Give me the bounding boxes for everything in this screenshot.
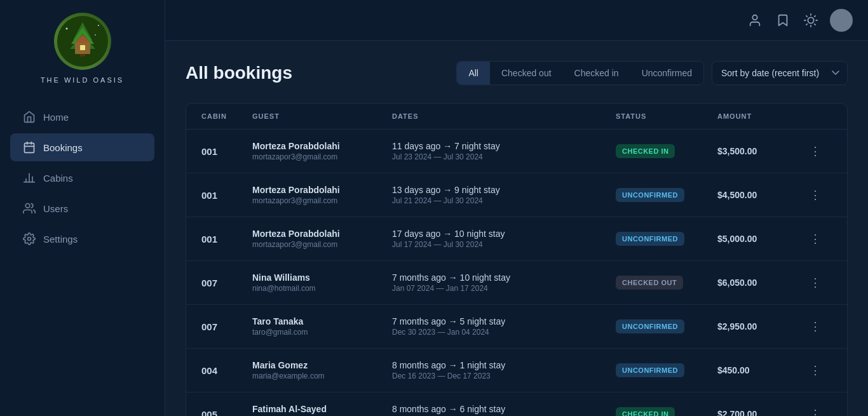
status-badge: CHECKED IN — [616, 407, 675, 416]
svg-line-29 — [806, 23, 807, 24]
dates-sub: Jul 17 2024 — Jul 30 2024 — [392, 240, 616, 249]
guest-info: Nina Williams nina@hotmail.com — [252, 272, 392, 293]
booking-amount: $3,500.00 — [717, 146, 806, 156]
status-badge: UNCONFIRMED — [616, 319, 684, 333]
row-menu-button[interactable]: ⋮ — [806, 142, 824, 160]
row-menu-button[interactable]: ⋮ — [806, 274, 824, 292]
cabin-number: 004 — [201, 365, 252, 376]
row-menu-button[interactable]: ⋮ — [806, 186, 824, 204]
row-menu-button[interactable]: ⋮ — [806, 230, 824, 248]
sidebar: THE WILD OASIS Home Bookings — [0, 0, 165, 416]
status-badge: CHECKED IN — [616, 144, 675, 158]
booking-amount: $4,500.00 — [717, 190, 806, 200]
table-header: CABIN GUEST DATES STATUS AMOUNT — [186, 104, 847, 130]
guest-email: taro@gmail.com — [252, 328, 392, 337]
status-cell: UNCONFIRMED — [616, 319, 717, 333]
sidebar-item-bookings[interactable]: Bookings — [10, 133, 154, 161]
svg-point-9 — [98, 25, 99, 26]
guest-email: mortazapor3@gmail.com — [252, 152, 392, 161]
booking-amount: $450.00 — [717, 365, 806, 375]
booking-amount: $2,950.00 — [717, 321, 806, 332]
cabin-number: 007 — [201, 278, 252, 288]
status-cell: CHECKED OUT — [616, 276, 717, 290]
dates-sub: Jul 21 2024 — Jul 30 2024 — [392, 196, 616, 205]
svg-rect-7 — [80, 45, 85, 50]
status-cell: UNCONFIRMED — [616, 363, 717, 377]
dates-main: 7 months ago → 5 night stay — [392, 316, 616, 326]
sidebar-item-settings[interactable]: Settings — [10, 225, 154, 253]
guest-name: Morteza Porabdolahi — [252, 185, 392, 195]
table-row: 001 Morteza Porabdolahi mortazapor3@gmai… — [186, 173, 847, 217]
tab-checked-in[interactable]: Checked in — [563, 62, 630, 84]
guest-info: Fatimah Al-Sayed fatimah@example.com — [252, 404, 392, 416]
booking-dates: 8 months ago → 1 night stay Dec 16 2023 … — [392, 360, 616, 380]
status-cell: UNCONFIRMED — [616, 232, 717, 246]
sidebar-item-cabins[interactable]: Cabins — [10, 164, 154, 192]
guest-name: Maria Gomez — [252, 360, 392, 370]
svg-point-22 — [808, 17, 813, 23]
guest-name: Morteza Porabdolahi — [252, 229, 392, 239]
booking-dates: 11 days ago → 7 night stay Jul 23 2024 —… — [392, 141, 616, 161]
page-header: All bookings All Checked out Checked in … — [186, 61, 848, 85]
cabin-number: 005 — [201, 409, 252, 417]
settings-icon — [23, 232, 36, 245]
guest-info: Taro Tanaka taro@gmail.com — [252, 316, 392, 337]
svg-line-30 — [815, 15, 815, 16]
bar-chart-icon — [23, 171, 36, 184]
dates-main: 8 months ago → 6 night stay — [392, 404, 616, 414]
booking-dates: 17 days ago → 10 night stay Jul 17 2024 … — [392, 229, 616, 249]
status-badge: UNCONFIRMED — [616, 188, 684, 202]
status-badge: UNCONFIRMED — [616, 363, 684, 377]
users-icon — [23, 202, 36, 215]
page-title: All bookings — [186, 63, 292, 83]
guest-info: Morteza Porabdolahi mortazapor3@gmail.co… — [252, 185, 392, 205]
guest-name: Fatimah Al-Sayed — [252, 404, 392, 414]
avatar[interactable] — [830, 9, 853, 32]
booking-dates: 7 months ago → 5 night stay Dec 30 2023 … — [392, 316, 616, 337]
status-badge: CHECKED OUT — [616, 276, 683, 290]
table-row: 007 Nina Williams nina@hotmail.com 7 mon… — [186, 261, 847, 305]
bookmark-topbar-icon[interactable] — [774, 11, 792, 29]
sort-select[interactable]: Sort by date (recent first) Sort by date… — [712, 61, 848, 85]
guest-email: nina@hotmail.com — [252, 284, 392, 293]
guest-name: Taro Tanaka — [252, 316, 392, 326]
user-topbar-icon[interactable] — [746, 11, 764, 29]
table-row: 001 Morteza Porabdolahi mortazapor3@gmai… — [186, 130, 847, 173]
svg-point-20 — [28, 238, 31, 241]
dates-main: 7 months ago → 10 night stay — [392, 272, 616, 283]
row-menu-button[interactable]: ⋮ — [806, 405, 824, 416]
dates-main: 11 days ago → 7 night stay — [392, 141, 616, 151]
sidebar-item-bookings-label: Bookings — [43, 142, 83, 153]
dates-main: 8 months ago → 1 night stay — [392, 360, 616, 370]
tab-checked-out[interactable]: Checked out — [490, 62, 563, 84]
dates-sub: Jul 23 2024 — Jul 30 2024 — [392, 152, 616, 161]
logo-icon — [54, 13, 111, 70]
cabin-number: 001 — [201, 234, 252, 245]
sidebar-item-users-label: Users — [43, 203, 68, 214]
col-actions — [806, 112, 832, 120]
booking-amount: $6,050.00 — [717, 278, 806, 288]
row-menu-button[interactable]: ⋮ — [806, 361, 824, 379]
sun-topbar-icon[interactable] — [802, 11, 820, 29]
svg-line-25 — [806, 15, 807, 16]
table-row: 007 Taro Tanaka taro@gmail.com 7 months … — [186, 305, 847, 349]
sidebar-item-users[interactable]: Users — [10, 194, 154, 222]
tab-all[interactable]: All — [457, 62, 490, 84]
status-cell: UNCONFIRMED — [616, 188, 717, 202]
booking-dates: 8 months ago → 6 night stay Dec 15 2023 … — [392, 404, 616, 416]
status-cell: CHECKED IN — [616, 144, 717, 158]
logo-area: THE WILD OASIS — [41, 13, 124, 84]
filter-tabs: All Checked out Checked in Unconfirmed — [456, 61, 704, 85]
booking-amount: $2,700.00 — [717, 409, 806, 416]
row-menu-button[interactable]: ⋮ — [806, 318, 824, 335]
guest-info: Morteza Porabdolahi mortazapor3@gmail.co… — [252, 229, 392, 249]
svg-point-10 — [95, 34, 96, 36]
col-dates: DATES — [392, 112, 616, 120]
sidebar-item-home-label: Home — [43, 112, 69, 123]
guest-info: Maria Gomez maria@example.com — [252, 360, 392, 380]
table-row: 005 Fatimah Al-Sayed fatimah@example.com… — [186, 393, 847, 416]
sidebar-item-home[interactable]: Home — [10, 103, 154, 131]
col-cabin: CABIN — [201, 112, 252, 120]
status-cell: CHECKED IN — [616, 407, 717, 416]
tab-unconfirmed[interactable]: Unconfirmed — [630, 62, 703, 84]
